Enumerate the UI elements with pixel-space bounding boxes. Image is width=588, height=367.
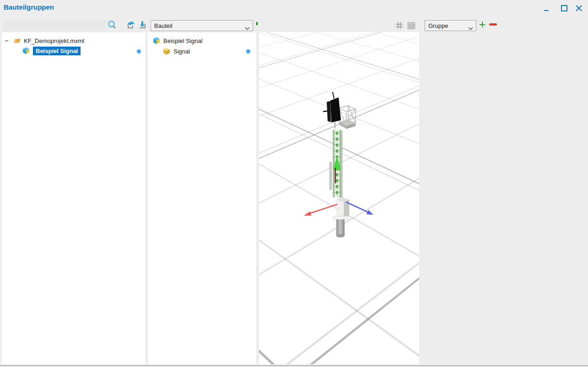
x-axis-arrow [304, 204, 337, 216]
page-title: Bauteilgruppen [4, 3, 54, 11]
tree-item-label: KF_Demoprojekt.mxml [24, 37, 84, 44]
category-dropdown[interactable]: Bauteil [151, 20, 253, 31]
link-indicator-dot [246, 49, 250, 53]
folder-icon [13, 37, 21, 45]
panel-splitter-tick [256, 22, 258, 25]
tree-item-label-selected: Beispiel Signal [33, 47, 81, 55]
tree-row-signal[interactable]: Signal [162, 46, 190, 56]
grid-sparse-icon [395, 21, 404, 30]
group-dropdown-value: Gruppe [428, 22, 448, 29]
chevron-down-icon [468, 25, 473, 32]
foundation-post [336, 219, 345, 236]
add-group-button[interactable]: + [477, 17, 487, 31]
category-dropdown-value: Bauteil [154, 22, 173, 29]
cube-blue-yellow-icon [22, 47, 30, 55]
minus-icon [489, 23, 497, 26]
group-dropdown[interactable]: Gruppe [425, 20, 476, 31]
tree-item-label: Beispiel Signal [163, 37, 202, 44]
cube-yellow-icon [162, 47, 171, 55]
collapse-expander[interactable]: − [5, 38, 10, 43]
base-cabinet [337, 197, 349, 219]
tree-row-project[interactable]: − KF_Demoprojekt.mxml [5, 36, 84, 46]
chevron-down-icon [245, 25, 250, 32]
minimize-button[interactable] [541, 3, 552, 14]
component-tree-panel: Beispiel Signal Signal [148, 32, 256, 364]
signal-head [323, 92, 341, 128]
link-indicator-dot [137, 49, 141, 53]
remove-group-button[interactable] [489, 20, 498, 28]
tree-row-beispiel-signal[interactable]: Beispiel Signal [22, 46, 81, 56]
import-icon[interactable] [126, 20, 136, 30]
window-bottom-edge [0, 365, 588, 366]
grid-sparse-toggle[interactable] [395, 21, 404, 30]
maximize-button[interactable] [559, 3, 570, 14]
minimize-icon [543, 4, 551, 12]
mast-plate [329, 162, 332, 190]
close-button[interactable] [573, 3, 584, 14]
signal-3d-model [259, 32, 419, 364]
tree-row-beispiel-signal-group[interactable]: Beispiel Signal [152, 36, 202, 46]
move-down-icon[interactable] [138, 20, 148, 30]
search-icon[interactable] [107, 20, 117, 30]
maximize-icon [560, 4, 568, 12]
viewport-3d[interactable] [259, 32, 419, 364]
tree-item-label: Signal [173, 48, 190, 55]
red-marker-plate [335, 168, 336, 183]
cube-blue-yellow-icon [152, 37, 161, 45]
y-axis-arrow [346, 202, 373, 215]
plus-icon: + [479, 17, 486, 32]
grid-dense-toggle[interactable] [407, 21, 416, 30]
project-tree-panel: − KF_Demoprojekt.mxml Beispiel Signal [2, 32, 146, 364]
close-icon [575, 4, 583, 12]
foundation-post-bottom [336, 234, 345, 238]
search-input[interactable] [3, 21, 106, 31]
foundation-collar [333, 216, 349, 220]
grid-dense-icon [407, 21, 416, 30]
